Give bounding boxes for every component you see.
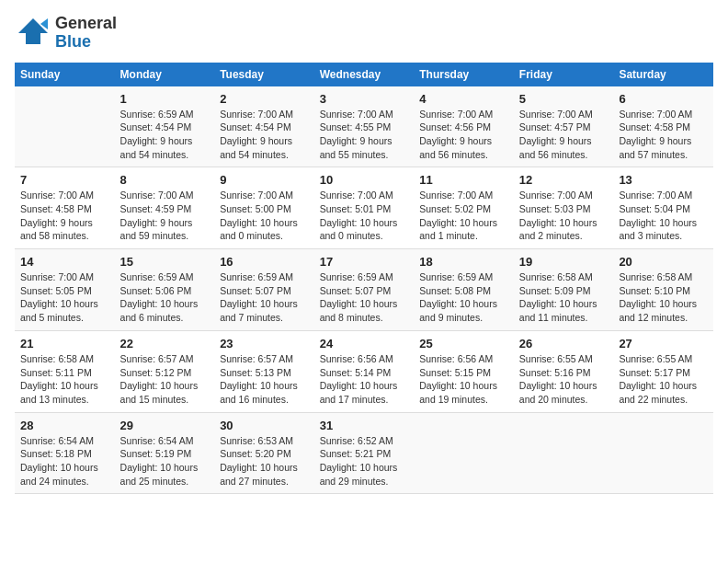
calendar-cell: 22Sunrise: 6:57 AM Sunset: 5:12 PM Dayli…: [115, 330, 215, 412]
weekday-header-wednesday: Wednesday: [314, 63, 415, 86]
calendar-week-row: 21Sunrise: 6:58 AM Sunset: 5:11 PM Dayli…: [15, 330, 713, 412]
logo-general-text: General: [55, 15, 117, 33]
day-number: 23: [220, 337, 309, 350]
calendar-cell: 14Sunrise: 7:00 AM Sunset: 5:05 PM Dayli…: [15, 249, 115, 331]
day-number: 31: [320, 419, 409, 432]
calendar-cell: 13Sunrise: 7:00 AM Sunset: 5:04 PM Dayli…: [613, 167, 713, 249]
calendar-cell: 19Sunrise: 6:58 AM Sunset: 5:09 PM Dayli…: [514, 249, 614, 331]
day-info: Sunrise: 6:59 AM Sunset: 5:07 PM Dayligh…: [220, 270, 309, 325]
day-number: 29: [120, 419, 210, 432]
page-header: General Blue: [15, 15, 713, 52]
day-info: Sunrise: 7:00 AM Sunset: 5:05 PM Dayligh…: [20, 270, 109, 325]
day-info: Sunrise: 6:55 AM Sunset: 5:17 PM Dayligh…: [619, 352, 708, 407]
calendar-cell: 9Sunrise: 7:00 AM Sunset: 5:00 PM Daylig…: [214, 167, 314, 249]
day-number: 18: [419, 255, 508, 269]
day-info: Sunrise: 6:54 AM Sunset: 5:19 PM Dayligh…: [120, 434, 210, 488]
weekday-header-friday: Friday: [514, 63, 614, 86]
day-number: 16: [220, 255, 309, 269]
calendar-cell: 8Sunrise: 7:00 AM Sunset: 4:59 PM Daylig…: [115, 167, 215, 249]
day-number: 24: [320, 337, 409, 350]
day-number: 8: [120, 173, 210, 187]
calendar-cell: 5Sunrise: 7:00 AM Sunset: 4:57 PM Daylig…: [514, 86, 614, 167]
calendar-cell: 2Sunrise: 7:00 AM Sunset: 4:54 PM Daylig…: [214, 86, 314, 167]
day-number: 1: [120, 92, 210, 106]
calendar-cell: 15Sunrise: 6:59 AM Sunset: 5:06 PM Dayli…: [115, 249, 215, 331]
calendar-cell: [414, 412, 514, 494]
weekday-header-tuesday: Tuesday: [214, 63, 314, 86]
calendar-cell: 3Sunrise: 7:00 AM Sunset: 4:55 PM Daylig…: [314, 86, 415, 167]
day-number: 14: [20, 255, 109, 269]
day-info: Sunrise: 6:52 AM Sunset: 5:21 PM Dayligh…: [320, 434, 409, 488]
day-info: Sunrise: 6:58 AM Sunset: 5:10 PM Dayligh…: [619, 270, 708, 325]
day-info: Sunrise: 6:58 AM Sunset: 5:09 PM Dayligh…: [519, 270, 609, 325]
day-number: 5: [519, 92, 609, 106]
calendar-cell: 1Sunrise: 6:59 AM Sunset: 4:54 PM Daylig…: [115, 86, 215, 167]
day-info: Sunrise: 7:00 AM Sunset: 4:54 PM Dayligh…: [220, 108, 309, 162]
day-number: 20: [619, 255, 708, 269]
day-number: 28: [20, 419, 109, 432]
day-info: Sunrise: 7:00 AM Sunset: 5:04 PM Dayligh…: [619, 189, 708, 243]
calendar-cell: [15, 86, 115, 167]
calendar-cell: [514, 412, 614, 494]
day-info: Sunrise: 7:00 AM Sunset: 4:58 PM Dayligh…: [20, 189, 109, 243]
weekday-header-thursday: Thursday: [414, 63, 514, 86]
day-number: 4: [419, 92, 508, 106]
day-number: 30: [220, 419, 309, 432]
day-number: 12: [519, 173, 609, 187]
day-number: 17: [320, 255, 409, 269]
day-info: Sunrise: 7:00 AM Sunset: 4:59 PM Dayligh…: [120, 189, 210, 243]
weekday-header-row: SundayMondayTuesdayWednesdayThursdayFrid…: [15, 63, 713, 86]
calendar-cell: 26Sunrise: 6:55 AM Sunset: 5:16 PM Dayli…: [514, 330, 614, 412]
calendar-cell: 21Sunrise: 6:58 AM Sunset: 5:11 PM Dayli…: [15, 330, 115, 412]
day-info: Sunrise: 6:57 AM Sunset: 5:13 PM Dayligh…: [220, 352, 309, 407]
calendar-cell: 28Sunrise: 6:54 AM Sunset: 5:18 PM Dayli…: [15, 412, 115, 494]
calendar-cell: 17Sunrise: 6:59 AM Sunset: 5:07 PM Dayli…: [314, 249, 415, 331]
day-info: Sunrise: 6:58 AM Sunset: 5:11 PM Dayligh…: [20, 352, 109, 407]
calendar-week-row: 14Sunrise: 7:00 AM Sunset: 5:05 PM Dayli…: [15, 249, 713, 331]
day-info: Sunrise: 6:59 AM Sunset: 5:07 PM Dayligh…: [320, 270, 409, 325]
calendar-cell: 12Sunrise: 7:00 AM Sunset: 5:03 PM Dayli…: [514, 167, 614, 249]
day-number: 27: [619, 337, 708, 350]
calendar-cell: 25Sunrise: 6:56 AM Sunset: 5:15 PM Dayli…: [414, 330, 514, 412]
day-info: Sunrise: 7:00 AM Sunset: 5:03 PM Dayligh…: [519, 189, 609, 243]
day-number: 22: [120, 337, 210, 350]
calendar-table: SundayMondayTuesdayWednesdayThursdayFrid…: [15, 63, 713, 495]
calendar-cell: 27Sunrise: 6:55 AM Sunset: 5:17 PM Dayli…: [613, 330, 713, 412]
calendar-cell: 10Sunrise: 7:00 AM Sunset: 5:01 PM Dayli…: [314, 167, 415, 249]
calendar-week-row: 28Sunrise: 6:54 AM Sunset: 5:18 PM Dayli…: [15, 412, 713, 494]
day-number: 11: [419, 173, 508, 187]
day-info: Sunrise: 7:00 AM Sunset: 4:55 PM Dayligh…: [320, 108, 409, 162]
day-info: Sunrise: 7:00 AM Sunset: 4:58 PM Dayligh…: [619, 108, 708, 162]
day-number: 3: [320, 92, 409, 106]
calendar-cell: 24Sunrise: 6:56 AM Sunset: 5:14 PM Dayli…: [314, 330, 415, 412]
day-number: 6: [619, 92, 708, 106]
day-info: Sunrise: 7:00 AM Sunset: 5:01 PM Dayligh…: [320, 189, 409, 243]
day-info: Sunrise: 6:59 AM Sunset: 4:54 PM Dayligh…: [120, 108, 210, 162]
day-info: Sunrise: 6:56 AM Sunset: 5:15 PM Dayligh…: [419, 352, 508, 407]
calendar-cell: 11Sunrise: 7:00 AM Sunset: 5:02 PM Dayli…: [414, 167, 514, 249]
calendar-cell: 30Sunrise: 6:53 AM Sunset: 5:20 PM Dayli…: [214, 412, 314, 494]
calendar-cell: 16Sunrise: 6:59 AM Sunset: 5:07 PM Dayli…: [214, 249, 314, 331]
day-number: 25: [419, 337, 508, 350]
logo-blue-text: Blue: [55, 33, 117, 52]
day-info: Sunrise: 6:59 AM Sunset: 5:08 PM Dayligh…: [419, 270, 508, 325]
day-number: 13: [619, 173, 708, 187]
calendar-cell: 23Sunrise: 6:57 AM Sunset: 5:13 PM Dayli…: [214, 330, 314, 412]
weekday-header-sunday: Sunday: [15, 63, 115, 86]
calendar-cell: 6Sunrise: 7:00 AM Sunset: 4:58 PM Daylig…: [613, 86, 713, 167]
day-info: Sunrise: 6:57 AM Sunset: 5:12 PM Dayligh…: [120, 352, 210, 407]
day-number: 2: [220, 92, 309, 106]
day-info: Sunrise: 7:00 AM Sunset: 4:56 PM Dayligh…: [419, 108, 508, 162]
calendar-cell: 20Sunrise: 6:58 AM Sunset: 5:10 PM Dayli…: [613, 249, 713, 331]
day-info: Sunrise: 7:00 AM Sunset: 4:57 PM Dayligh…: [519, 108, 609, 162]
day-number: 7: [20, 173, 109, 187]
day-number: 19: [519, 255, 609, 269]
calendar-cell: 18Sunrise: 6:59 AM Sunset: 5:08 PM Dayli…: [414, 249, 514, 331]
day-number: 9: [220, 173, 309, 187]
calendar-cell: [613, 412, 713, 494]
day-info: Sunrise: 6:56 AM Sunset: 5:14 PM Dayligh…: [320, 352, 409, 407]
weekday-header-monday: Monday: [115, 63, 215, 86]
logo: General Blue: [15, 15, 117, 52]
day-number: 21: [20, 337, 109, 350]
day-info: Sunrise: 6:53 AM Sunset: 5:20 PM Dayligh…: [220, 434, 309, 488]
